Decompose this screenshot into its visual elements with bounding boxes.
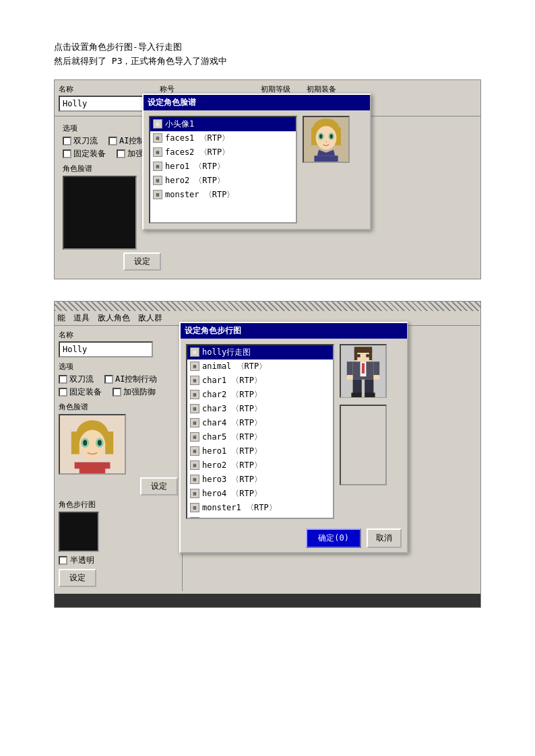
- face-file-item-5[interactable]: ⊞ monster 〈RTP〉: [150, 188, 296, 202]
- p2-walk-svg: [60, 513, 98, 551]
- p2-cb-enhance-label: 加强防御: [123, 386, 156, 398]
- walk-file-item-9[interactable]: ⊞ hero3 〈RTP〉: [187, 473, 333, 487]
- p2-cb-ai-box[interactable]: [104, 375, 113, 384]
- svg-rect-10: [314, 156, 338, 162]
- walk-icon-8: ⊞: [190, 460, 199, 470]
- face-dialog-body: ⊞ 小头像1 ⊞ faces1 〈RTP〉 ⊞ faces2 〈RTP〉 ⊞: [144, 110, 370, 229]
- walk-icon-5: ⊞: [190, 418, 199, 427]
- menu-item-2[interactable]: 敌人角色: [98, 312, 130, 324]
- svg-rect-26: [354, 349, 357, 359]
- cb-fixed-equip-box[interactable]: [63, 149, 71, 158]
- p2-face-preview: [59, 414, 126, 475]
- p2-cb-enhance-box[interactable]: [113, 388, 121, 397]
- menu-item-1[interactable]: 道具: [73, 312, 90, 324]
- p2-face-set-button[interactable]: 设定: [140, 477, 178, 495]
- name-label: 名称: [59, 84, 153, 94]
- walk-icon-1: ⊞: [190, 362, 199, 371]
- svg-point-18: [83, 440, 87, 445]
- equip-label: 初期装备: [307, 84, 336, 94]
- walk-icon-7: ⊞: [190, 446, 199, 456]
- menu-item-0[interactable]: 能: [57, 312, 65, 324]
- walk-icon-2: ⊞: [190, 376, 199, 385]
- semi-transparent-cb[interactable]: [59, 556, 67, 565]
- svg-rect-29: [366, 354, 369, 357]
- cb-ai-control-box[interactable]: [108, 137, 117, 145]
- svg-point-7: [319, 134, 322, 139]
- face-file-item-2[interactable]: ⊞ faces2 〈RTP〉: [150, 145, 296, 160]
- svg-rect-39: [351, 392, 361, 397]
- face-character-svg: [304, 117, 348, 162]
- menu-item-3[interactable]: 敌人群: [138, 312, 162, 324]
- face-file-list[interactable]: ⊞ 小头像1 ⊞ faces1 〈RTP〉 ⊞ faces2 〈RTP〉 ⊞: [149, 116, 297, 224]
- walk-file-item-12[interactable]: ⊞ monster2 〈RTP〉: [187, 515, 333, 519]
- p2-options-section: 选项 双刀流 AI控制行动 固: [59, 362, 178, 398]
- file-icon-3: ⊞: [153, 162, 162, 171]
- walk-icon-3: ⊞: [190, 390, 199, 399]
- file-icon-4: ⊞: [153, 176, 162, 185]
- svg-rect-35: [347, 375, 353, 380]
- walk-icon-11: ⊞: [190, 503, 199, 512]
- name-input[interactable]: [59, 96, 153, 112]
- svg-rect-13: [71, 432, 80, 454]
- face-file-item-3[interactable]: ⊞ hero1 〈RTP〉: [150, 160, 296, 174]
- face-file-item-0[interactable]: ⊞ 小头像1: [150, 117, 296, 131]
- svg-rect-40: [365, 392, 375, 397]
- p2-name-group: 名称: [59, 330, 178, 357]
- walk-file-item-7[interactable]: ⊞ hero1 〈RTP〉: [187, 444, 333, 458]
- level-label: 初期等级: [261, 84, 300, 94]
- instruction-line1: 点击设置角色步行图-导入行走图: [54, 40, 481, 55]
- face-dialog: 设定角色脸谱 ⊞ 小头像1 ⊞ faces1 〈RTP〉 ⊞: [142, 94, 371, 230]
- face-file-name-3: hero1 〈RTP〉: [165, 161, 225, 172]
- svg-rect-28: [357, 354, 360, 357]
- walk-file-item-3[interactable]: ⊞ char2 〈RTP〉: [187, 388, 333, 402]
- walk-icon-4: ⊞: [190, 404, 199, 413]
- ok-button[interactable]: 确定(0): [306, 528, 361, 548]
- svg-rect-34: [373, 362, 379, 376]
- walk-file-name-11: monster1 〈RTP〉: [202, 502, 277, 514]
- face-file-name-2: faces2 〈RTP〉: [165, 147, 230, 158]
- semi-transparent-row: 半透明: [59, 555, 178, 566]
- p2-options-label: 选项: [59, 362, 178, 372]
- walk-file-item-1[interactable]: ⊞ animal 〈RTP〉: [187, 359, 333, 374]
- file-icon-0: ⊞: [153, 119, 162, 129]
- walk-file-item-8[interactable]: ⊞ hero2 〈RTP〉: [187, 458, 333, 473]
- walk-dialog-titlebar: 设定角色步行图: [181, 323, 407, 339]
- instruction-line2: 然后就得到了 P3，正式将角色导入了游戏中: [54, 55, 481, 69]
- walk-file-item-0[interactable]: ⊞ holly行走图: [187, 345, 333, 359]
- p2-face-svg: [60, 415, 125, 475]
- walk-file-name-6: char5 〈RTP〉: [202, 432, 262, 443]
- walk-file-list[interactable]: ⊞ holly行走图 ⊞ animal 〈RTP〉 ⊞ char1 〈RTP〉: [186, 344, 334, 519]
- walk-file-name-0: holly行走图: [202, 347, 251, 358]
- walk-file-item-10[interactable]: ⊞ hero4 〈RTP〉: [187, 487, 333, 501]
- cancel-button[interactable]: 取消: [367, 528, 402, 548]
- p2-cb-dual: 双刀流: [59, 374, 94, 385]
- walk-file-item-5[interactable]: ⊞ char4 〈RTP〉: [187, 416, 333, 430]
- face-set-button[interactable]: 设定: [123, 252, 161, 271]
- svg-point-8: [330, 134, 333, 139]
- walk-file-name-2: char1 〈RTP〉: [202, 375, 262, 386]
- svg-rect-33: [347, 362, 353, 376]
- panel2-bottom-bar: [55, 594, 480, 607]
- p2-name-input[interactable]: [59, 341, 153, 357]
- p2-face-label: 角色脸谱: [59, 402, 178, 412]
- p2-cb-fixed-box[interactable]: [59, 388, 67, 397]
- cb-dual-blade-box[interactable]: [63, 137, 71, 145]
- p2-cb-dual-box[interactable]: [59, 375, 67, 384]
- walk-icon-9: ⊞: [190, 475, 199, 484]
- face-file-item-4[interactable]: ⊞ hero2 〈RTP〉: [150, 174, 296, 188]
- walk-file-item-4[interactable]: ⊞ char3 〈RTP〉: [187, 402, 333, 416]
- panel2-inner: 名称 选项 双刀流 AI控制行动: [55, 326, 480, 591]
- walk-file-item-6[interactable]: ⊞ char5 〈RTP〉: [187, 430, 333, 444]
- face-preview-right: [303, 116, 350, 163]
- cb-enhance-def-box[interactable]: [117, 149, 125, 158]
- walk-dialog: 设定角色步行图 ⊞ holly行走图 ⊞ animal 〈RTP〉 ⊞: [179, 322, 408, 553]
- face-file-name-1: faces1 〈RTP〉: [165, 133, 230, 144]
- walk-file-item-2[interactable]: ⊞ char1 〈RTP〉: [187, 374, 333, 388]
- cb-fixed-equip: 固定装备: [63, 148, 106, 160]
- walk-icon-12: ⊞: [190, 517, 199, 519]
- p2-walk-set-button[interactable]: 设定: [59, 569, 96, 587]
- face-preview-box: [63, 176, 137, 250]
- face-file-name-4: hero2 〈RTP〉: [165, 175, 225, 186]
- walk-file-item-11[interactable]: ⊞ monster1 〈RTP〉: [187, 501, 333, 515]
- face-file-item-1[interactable]: ⊞ faces1 〈RTP〉: [150, 131, 296, 145]
